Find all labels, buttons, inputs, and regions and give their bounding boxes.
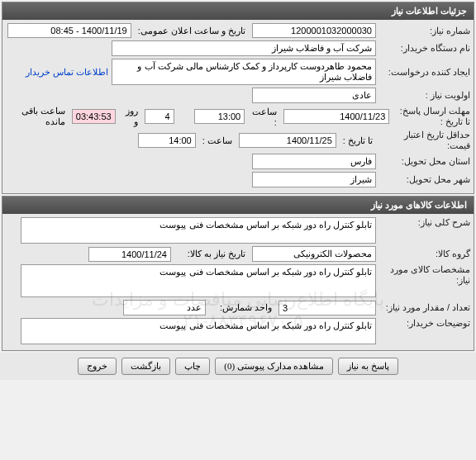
footer-toolbar: پاسخ به نیاز مشاهده مدارک پیوستی (0) چاپ… <box>0 353 476 380</box>
buyer-contact-link[interactable]: اطلاعات تماس خریدار <box>26 67 108 78</box>
general-desc-label: شرح کلی نیاز: <box>379 217 470 228</box>
goods-spec-field: تابلو کنترل راه دور شبکه بر اساس مشخصات … <box>21 264 376 297</box>
general-desc-field: تابلو کنترل راه دور شبکه بر اساس مشخصات … <box>21 217 376 244</box>
need-goods-date-label: تاریخ نیاز به کالا: <box>174 249 249 259</box>
exit-button[interactable]: خروج <box>78 358 117 375</box>
buyer-notes-label: توضیحات خریدار: <box>379 318 470 329</box>
remaining-label: ساعت باقی مانده <box>6 106 69 127</box>
need-details-header: جزئیات اطلاعات نیاز <box>2 2 474 20</box>
back-button[interactable]: بازگشت <box>121 358 170 375</box>
deadline-hour-field: 13:00 <box>194 109 245 124</box>
goods-details-panel: اطلاعات کالاهای مورد نیاز شرح کلی نیاز: … <box>2 196 474 351</box>
city-label: شهر محل تحویل: <box>379 174 470 185</box>
days-and-label: روز و <box>119 106 142 127</box>
validity-label: حداقل تاریخ اعتبار قیمت: <box>379 130 470 151</box>
need-details-panel: جزئیات اطلاعات نیاز شماره نیاز: 12000010… <box>2 2 474 194</box>
goods-group-field: محصولات الکترونیکی <box>252 246 376 262</box>
need-no-field: 1200001032000030 <box>252 23 376 38</box>
province-field: فارس <box>252 154 376 169</box>
requester-label: ایجاد کننده درخواست: <box>379 67 470 78</box>
goods-spec-label: مشخصات کالای مورد نیاز: <box>379 264 470 286</box>
goods-details-header: اطلاعات کالاهای مورد نیاز <box>2 197 474 214</box>
public-date-field: 1400/11/19 - 08:45 <box>7 23 131 38</box>
validity-date-field: 1400/11/25 <box>239 133 336 148</box>
deadline-date-field: 1400/11/23 <box>283 109 389 124</box>
goods-details-body: شرح کلی نیاز: تابلو کنترل راه دور شبکه ب… <box>2 214 474 350</box>
buyer-notes-field: تابلو کنترل راه دور شبکه بر اساس مشخصات … <box>21 318 376 344</box>
requester-field: محمود طاهردوست کارپرداز و کمک کارشناس ما… <box>112 59 376 85</box>
deadline-label: مهلت ارسال پاسخ: تا تاریخ : <box>393 106 470 127</box>
qty-label: تعداد / مقدار مورد نیاز: <box>379 302 470 313</box>
validity-hour-field: 14:00 <box>138 133 196 148</box>
qty-field: 3 <box>278 301 376 315</box>
city-field: شیراز <box>252 172 376 187</box>
unit-label: واحد شمارش: <box>209 302 275 313</box>
province-label: استان محل تحویل: <box>379 156 470 167</box>
priority-label: اولویت نیاز : <box>379 90 470 101</box>
deadline-hour-label: ساعت : <box>248 107 280 127</box>
goods-group-label: گروه کالا: <box>379 249 470 259</box>
buyer-org-label: نام دستگاه خریدار: <box>379 43 470 54</box>
buyer-org-field: شرکت آب و فاضلاب شیراز <box>112 40 376 56</box>
remaining-time-field: 03:43:53 <box>72 109 116 124</box>
until-date-label: تا تاریخ : <box>340 135 376 146</box>
unit-field: عدد <box>123 300 206 315</box>
need-goods-date-field: 1400/11/24 <box>88 247 171 262</box>
print-button[interactable]: چاپ <box>175 358 210 375</box>
need-no-label: شماره نیاز: <box>379 26 470 36</box>
priority-field: عادی <box>252 88 376 103</box>
validity-hour-label: ساعت : <box>199 135 236 146</box>
public-date-label: تاریخ و ساعت اعلان عمومی: <box>135 26 249 36</box>
remaining-days-field: 4 <box>145 109 174 124</box>
need-details-body: شماره نیاز: 1200001032000030 تاریخ و ساع… <box>2 20 474 193</box>
attachments-button[interactable]: مشاهده مدارک پیوستی (0) <box>215 358 333 375</box>
respond-button[interactable]: پاسخ به نیاز <box>338 358 398 375</box>
